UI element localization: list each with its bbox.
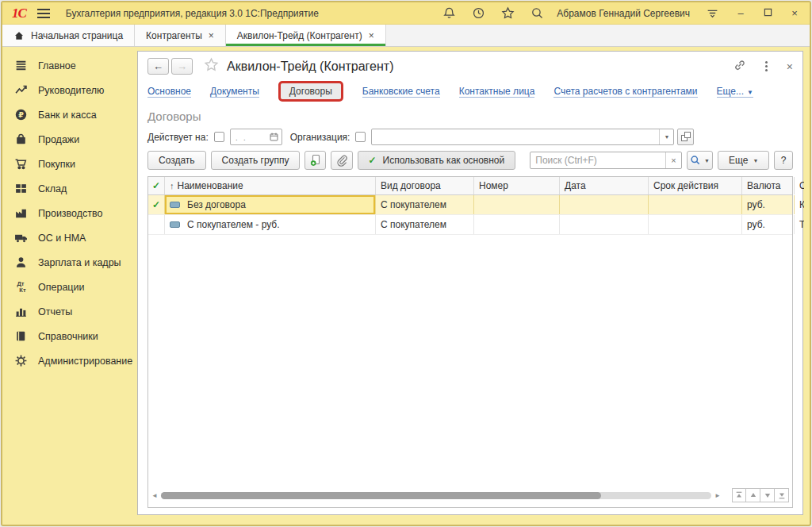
maximize-button[interactable] <box>762 7 773 19</box>
create-button[interactable]: Создать <box>147 151 206 170</box>
forward-button[interactable]: → <box>171 58 193 75</box>
row-term-cell[interactable] <box>649 195 742 214</box>
minimize-button[interactable]: – <box>735 7 746 19</box>
sidebar-item-spravochniki[interactable]: Справочники <box>2 324 132 348</box>
sidebar-item-glavnoe[interactable]: Главное <box>2 53 132 78</box>
filter-row: Действует на: . . Организация: ▼ <box>138 128 802 149</box>
attachments-button[interactable] <box>331 151 352 170</box>
navlink-kontaktnye-lica[interactable]: Контактные лица <box>459 86 535 98</box>
sidebar-item-otchety[interactable]: Отчеты <box>2 299 132 324</box>
go-first-button[interactable] <box>732 488 746 502</box>
more-button[interactable]: Еще ▼ <box>718 151 769 170</box>
notifications-bell-icon[interactable] <box>442 6 456 20</box>
create-copy-button[interactable] <box>304 151 326 170</box>
use-as-main-button[interactable]: ✓ Использовать как основной <box>358 151 516 170</box>
search-clear-icon[interactable]: × <box>665 152 681 168</box>
tab-close-icon[interactable]: × <box>209 30 214 41</box>
combo-dropdown-icon[interactable]: ▼ <box>659 129 673 144</box>
row-number-cell[interactable] <box>474 215 560 234</box>
sidebar-item-administrirovanie[interactable]: Администрирование <box>2 348 132 373</box>
horizontal-scrollbar[interactable] <box>161 492 711 499</box>
sidebar-item-operacii[interactable]: ДтКт Операции <box>2 275 132 299</box>
navlink-scheta-raschetov[interactable]: Счета расчетов с контрагентами <box>553 86 697 98</box>
row-name-cell[interactable]: Без договора <box>165 195 376 214</box>
sidebar: Главное Руководителю ₽ Банк и касса Прод… <box>2 47 132 525</box>
row-org-cell[interactable]: Торговы <box>795 215 804 234</box>
list-nav-buttons <box>732 488 789 502</box>
sidebar-item-bank-i-kassa[interactable]: ₽ Банк и касса <box>2 102 132 127</box>
check-icon: ✓ <box>152 199 160 210</box>
scrollbar-thumb[interactable] <box>161 492 601 499</box>
scroll-right-icon[interactable]: ► <box>714 492 721 499</box>
row-number-cell[interactable] <box>474 195 560 214</box>
column-header-org[interactable]: Организа <box>795 177 804 194</box>
copy-link-icon[interactable] <box>733 59 746 75</box>
column-header-type[interactable]: Вид договора <box>376 177 474 194</box>
row-name-cell[interactable]: С покупателем - руб. <box>165 215 376 234</box>
row-date-cell[interactable] <box>560 195 649 214</box>
valid-on-checkbox[interactable] <box>214 132 224 142</box>
sidebar-item-zarplata-i-kadry[interactable]: Зарплата и кадры <box>2 250 132 275</box>
organization-checkbox[interactable] <box>355 132 366 142</box>
navlink-dokumenty[interactable]: Документы <box>210 86 259 98</box>
sidebar-item-prodazhi[interactable]: Продажи <box>2 127 132 152</box>
tab-akvilon-treyd[interactable]: Аквилон-Трейд (Контрагент) × <box>226 25 386 46</box>
organization-choose-button[interactable] <box>677 129 694 145</box>
go-last-button[interactable] <box>775 488 789 502</box>
contracts-table: ✓ ↑ Наименование Вид договора Номер Дата… <box>147 176 793 508</box>
sidebar-item-proizvodstvo[interactable]: Производство <box>2 201 132 225</box>
table-row[interactable]: ✓ Без договора С покупателем руб. Конфет… <box>148 195 792 215</box>
global-search-icon[interactable] <box>530 6 544 20</box>
row-date-cell[interactable] <box>560 215 649 234</box>
tab-home[interactable]: Начальная страница <box>2 25 135 46</box>
titlebar: 1С Бухгалтерия предприятия, редакция 3.0… <box>2 2 810 25</box>
more-actions-icon[interactable] <box>765 61 768 71</box>
organization-combo[interactable]: ▼ <box>371 129 674 145</box>
navlink-osnovnoe[interactable]: Основное <box>147 86 191 98</box>
column-header-check[interactable]: ✓ <box>148 177 165 194</box>
back-button[interactable]: ← <box>147 58 169 75</box>
row-currency-cell[interactable]: руб. <box>742 195 795 214</box>
table-header-row: ✓ ↑ Наименование Вид договора Номер Дата… <box>148 177 792 195</box>
sidebar-item-os-i-nma[interactable]: ОС и НМА <box>2 225 132 250</box>
scroll-left-icon[interactable]: ◄ <box>151 492 158 499</box>
row-org-cell[interactable]: Конфетп <box>795 195 804 214</box>
navlink-dogovory-current[interactable]: Договоры <box>278 81 343 102</box>
sidebar-item-label: Продажи <box>38 134 79 145</box>
column-header-name[interactable]: ↑ Наименование <box>165 177 376 194</box>
create-group-button[interactable]: Создать группу <box>211 151 301 170</box>
search-options-button[interactable]: ▼ <box>687 151 713 170</box>
search-input[interactable] <box>530 155 665 166</box>
navlink-more[interactable]: Еще...▼ <box>717 86 753 98</box>
history-icon[interactable] <box>472 6 485 20</box>
column-header-number[interactable]: Номер <box>474 177 560 194</box>
valid-on-date-field[interactable]: . . <box>230 129 282 145</box>
sidebar-item-rukovoditelyu[interactable]: Руководителю <box>2 78 132 102</box>
close-window-button[interactable]: × <box>789 7 800 19</box>
row-type-cell[interactable]: С покупателем <box>376 195 474 214</box>
favorite-star-icon[interactable] <box>204 57 219 75</box>
sidebar-item-pokupki[interactable]: Покупки <box>2 152 132 176</box>
service-menu-icon[interactable] <box>706 6 719 20</box>
tab-kontragenty[interactable]: Контрагенты × <box>135 25 226 46</box>
help-button[interactable]: ? <box>774 151 793 170</box>
row-currency-cell[interactable]: руб. <box>742 215 795 234</box>
sidebar-item-label: Администрирование <box>38 356 132 367</box>
sidebar-item-sklad[interactable]: Склад <box>2 176 132 201</box>
tab-close-icon[interactable]: × <box>369 30 374 41</box>
navlink-bankovskie-scheta[interactable]: Банковские счета <box>362 86 440 98</box>
go-previous-button[interactable] <box>746 488 760 502</box>
close-form-icon[interactable]: × <box>787 60 793 73</box>
table-row[interactable]: С покупателем - руб. С покупателем руб. … <box>148 215 792 235</box>
row-term-cell[interactable] <box>649 215 742 234</box>
svg-text:₽: ₽ <box>18 110 24 119</box>
favorites-star-icon[interactable] <box>501 6 515 20</box>
current-user[interactable]: Абрамов Геннадий Сергеевич <box>557 8 690 19</box>
main-menu-icon[interactable] <box>37 9 50 18</box>
row-type-cell[interactable]: С покупателем <box>376 215 474 234</box>
contract-name: С покупателем - руб. <box>187 219 280 230</box>
column-header-currency[interactable]: Валюта <box>742 177 795 194</box>
column-header-date[interactable]: Дата <box>560 177 649 194</box>
go-next-button[interactable] <box>760 488 775 502</box>
column-header-term[interactable]: Срок действия <box>649 177 742 194</box>
